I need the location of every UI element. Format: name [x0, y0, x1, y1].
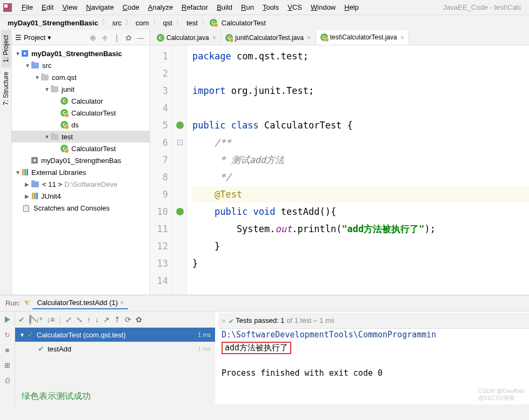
- close-icon[interactable]: ×: [307, 33, 311, 42]
- sort-duration-icon[interactable]: ↓≡: [46, 315, 55, 324]
- tree-arrow-icon[interactable]: ▼: [44, 134, 51, 140]
- rerun-failed-icon[interactable]: ↻: [3, 330, 12, 340]
- show-passed-icon[interactable]: ✔: [18, 315, 25, 324]
- test-tree-row[interactable]: ✔testAdd1 ms: [15, 342, 215, 356]
- tree-row[interactable]: CCalculator: [12, 95, 150, 107]
- tree-row[interactable]: 📋Scratches and Consoles: [12, 202, 150, 214]
- tool-window-tab-project[interactable]: 1: Project: [1, 30, 11, 67]
- collapse-all-icon[interactable]: |: [112, 33, 122, 43]
- tree-label: External Libraries: [31, 168, 86, 177]
- breadcrumb-item[interactable]: CalculatorTest: [219, 19, 268, 27]
- breadcrumb-item[interactable]: qst: [161, 19, 175, 27]
- tree-arrow-icon[interactable]: ▼: [15, 170, 22, 175]
- project-tree[interactable]: ▼myDay01_StrengthenBasic▼src▼com.qst▼jun…: [12, 45, 150, 295]
- scratch-icon: 📋: [22, 204, 30, 212]
- code-content[interactable]: package com.qst.test;import org.junit.Te…: [187, 45, 529, 295]
- tree-row[interactable]: ▶JUnit4: [12, 190, 150, 202]
- left-tool-gutter: 1: Project 7: Structure: [0, 30, 12, 295]
- class-test-icon: C: [210, 19, 217, 26]
- tree-row[interactable]: ▼com.qst: [12, 71, 150, 83]
- hide-panel-icon[interactable]: —: [136, 33, 145, 43]
- menu-analyze[interactable]: Analyze: [144, 2, 177, 12]
- menu-tools[interactable]: Tools: [258, 2, 283, 12]
- chevron-right-icon: 〉: [200, 18, 210, 28]
- tree-row[interactable]: ▼External Libraries: [12, 166, 150, 178]
- export-icon[interactable]: ↗: [103, 315, 110, 324]
- run-gutter-icon[interactable]: [176, 208, 184, 215]
- prev-icon[interactable]: ↑: [87, 315, 91, 324]
- run-button[interactable]: [3, 315, 12, 324]
- run-panel: Run: ⧨ CalculatorTest.testAdd (1) × ↻ ■ …: [0, 295, 529, 404]
- close-icon[interactable]: ×: [120, 299, 124, 307]
- menu-view[interactable]: View: [58, 2, 82, 12]
- run-tools-column: ↻ ■ ⊞ ⎙: [0, 311, 15, 404]
- check-icon: ✔: [38, 344, 44, 353]
- tree-arrow-icon[interactable]: ▼: [15, 51, 22, 57]
- next-icon[interactable]: ↓: [95, 315, 99, 324]
- editor-tab[interactable]: CCalculator.java×: [152, 30, 221, 45]
- menu-code[interactable]: Code: [118, 2, 144, 12]
- sort-icon[interactable]: ↓ᵃ: [36, 315, 42, 324]
- tree-label: Scratches and Consoles: [34, 204, 110, 212]
- close-icon[interactable]: ×: [400, 33, 405, 42]
- import-icon[interactable]: ⤒: [114, 315, 120, 324]
- menu-bar: FileEditViewNavigateCodeAnalyzeRefactorB…: [0, 0, 529, 15]
- breadcrumb-item[interactable]: com: [133, 19, 151, 27]
- run-config-tab[interactable]: CalculatorTest.testAdd (1) ×: [32, 297, 128, 309]
- stop-icon[interactable]: ■: [3, 345, 12, 355]
- expand-all-icon[interactable]: ≑: [100, 33, 110, 43]
- breadcrumb-item[interactable]: test: [184, 19, 200, 27]
- panel-title[interactable]: Project ▾: [24, 33, 87, 42]
- menu-file[interactable]: File: [17, 2, 37, 12]
- gear-icon[interactable]: ✿: [136, 315, 142, 324]
- tree-row[interactable]: ▼myDay01_StrengthenBasic: [12, 48, 150, 59]
- tree-arrow-icon[interactable]: ▼: [25, 63, 31, 69]
- run-gutter-icon[interactable]: [176, 121, 184, 129]
- tree-row[interactable]: ▶< 11 >D:\SoftwareDeve: [12, 178, 150, 190]
- tree-row[interactable]: Cds: [12, 119, 150, 131]
- menu-window[interactable]: Window: [306, 2, 340, 12]
- close-icon[interactable]: ×: [212, 33, 217, 42]
- tree-row[interactable]: myDay01_StrengthenBas: [12, 154, 150, 166]
- menu-build[interactable]: Build: [212, 2, 237, 12]
- code-editor[interactable]: 1234567891011121314 − package com.qst.te…: [150, 45, 529, 295]
- watermark: CSDN @Geoffwo@51CTO博客: [478, 388, 525, 402]
- menu-refactor[interactable]: Refactor: [177, 2, 212, 12]
- select-opened-file-icon[interactable]: ⊕: [88, 33, 98, 43]
- editor-tab[interactable]: Ctest\CalculatorTest.java×: [316, 30, 410, 45]
- breadcrumb: myDay01_StrengthenBasic 〉 src 〉 com 〉 qs…: [0, 15, 529, 30]
- show-ignored-icon[interactable]: [29, 315, 31, 324]
- tree-row[interactable]: CCalculatorTest: [12, 143, 150, 154]
- tree-row[interactable]: ▼test: [12, 131, 150, 143]
- tree-arrow-icon[interactable]: ▶: [25, 181, 31, 187]
- tree-row[interactable]: CCalculatorTest: [12, 107, 150, 119]
- chevron-right-icon: 〉: [175, 18, 184, 28]
- collapse-all-icon[interactable]: ⤡: [76, 315, 83, 324]
- expand-all-icon[interactable]: ⤢: [65, 315, 72, 324]
- menu-help[interactable]: Help: [340, 2, 363, 12]
- collapse-icon[interactable]: −: [177, 140, 183, 145]
- breadcrumb-item[interactable]: src: [110, 19, 124, 27]
- pin-icon[interactable]: ⎙: [3, 375, 12, 385]
- tree-label: JUnit4: [41, 192, 61, 200]
- editor-tab[interactable]: Cjunit\CalculatorTest.java×: [221, 30, 316, 45]
- menu-edit[interactable]: Edit: [37, 2, 58, 12]
- tree-arrow-icon[interactable]: ▼: [44, 86, 51, 92]
- tree-label: src: [42, 62, 51, 70]
- class-test-icon: C: [61, 121, 68, 128]
- menu-navigate[interactable]: Navigate: [82, 2, 118, 12]
- menu-vcs[interactable]: VCS: [283, 2, 306, 12]
- tree-row[interactable]: ▼src: [12, 59, 150, 71]
- gear-icon[interactable]: ✿: [124, 33, 133, 43]
- tree-row[interactable]: ▼junit: [12, 83, 150, 95]
- breadcrumb-item[interactable]: myDay01_StrengthenBasic: [5, 19, 101, 27]
- tree-arrow-icon[interactable]: ▼: [35, 74, 41, 80]
- test-tree[interactable]: ▼✔CalculatorTest (com.qst.test)1 ms✔test…: [15, 328, 215, 389]
- test-tree-row[interactable]: ▼✔CalculatorTest (com.qst.test)1 ms: [15, 328, 215, 342]
- gutter-icons: −: [173, 45, 187, 295]
- tree-arrow-icon[interactable]: ▶: [25, 193, 31, 199]
- layout-icon[interactable]: ⊞: [3, 360, 12, 370]
- tool-window-tab-structure[interactable]: 7: Structure: [1, 67, 11, 110]
- menu-run[interactable]: Run: [237, 2, 258, 12]
- history-icon[interactable]: ⟳: [125, 315, 131, 324]
